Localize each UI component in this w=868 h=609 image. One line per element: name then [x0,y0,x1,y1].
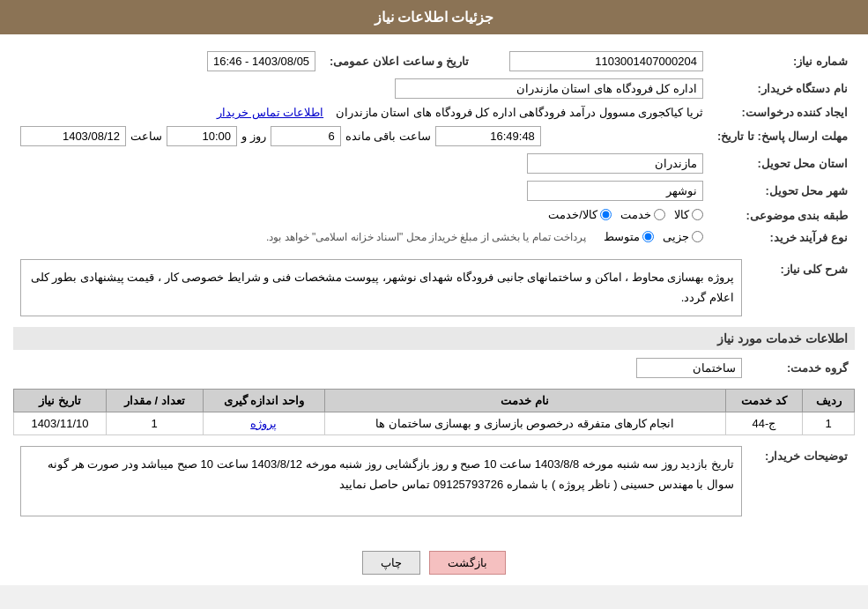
category-goods-label: کالا [674,208,689,221]
category-goods-service-option: کالا/خدمت [548,208,612,221]
need-number-value: 1103001407000204 [502,48,710,75]
process-medium-option: متوسط [604,230,654,243]
process-part-option: جزیی [663,230,703,243]
table-row: استان محل تحویل: مازندران [13,150,855,177]
table-row: شماره نیاز: 1103001407000204 تاریخ و ساع… [13,48,855,75]
contact-link[interactable]: اطلاعات تماس خریدار [217,106,323,119]
city-box: نوشهر [527,181,703,201]
deadline-remaining-label: ساعت باقی مانده [345,130,431,143]
deadline-row: 16:49:48 ساعت باقی مانده 6 روز و 10:00 س… [13,123,710,150]
process-medium-label: متوسط [604,230,640,243]
col-unit: واحد اندازه گیری [203,389,324,412]
back-button[interactable]: بازگشت [429,551,506,575]
category-radio-group: کالا خدمت کالا/خدمت [548,208,703,221]
unit-link[interactable]: پروژه [250,417,277,430]
deadline-remaining-box: 16:49:48 [435,126,541,146]
category-service-option: خدمت [620,208,665,221]
cell-unit: پروژه [203,412,324,434]
announcement-date-box: 1403/08/05 - 16:46 [207,51,315,71]
creator-label: ایجاد کننده درخواست: [710,102,855,123]
col-service-code: کد خدمت [725,389,803,412]
service-group-table: گروه خدمت: ساختمان [13,354,855,382]
table-row: نام دستگاه خریدار: اداره کل فرودگاه های … [13,75,855,102]
description-label: شرح کلی نیاز: [749,256,855,320]
deadline-time-label: ساعت [130,130,162,143]
main-info-table: شماره نیاز: 1103001407000204 تاریخ و ساع… [13,48,855,249]
announcement-date-value: 1403/08/05 - 16:46 [13,48,323,75]
col-service-name: نام خدمت [324,389,725,412]
bottom-buttons: بازگشت چاپ [0,540,868,585]
description-table: شرح کلی نیاز: پروژه بهسازی محاوط ، اماکن… [13,256,855,320]
cell-date: 1403/11/10 [14,412,107,434]
buyer-org-box: اداره کل فرودگاه های استان مازندران [395,78,703,99]
service-info-title: اطلاعات خدمات مورد نیاز [13,327,855,350]
category-goods-option: کالا [674,208,703,221]
buyer-notes-table: توضیحات خریدار: تاریخ بازدید روز سه شنبه… [13,442,855,520]
buyer-notes-label: توضیحات خریدار: [749,442,855,520]
service-table-body: 1ج-44انجام کارهای متفرقه درخصوص بازسازی … [14,412,855,434]
print-button[interactable]: چاپ [362,551,420,575]
service-group-value: ساختمان [13,354,749,382]
table-row: شهر محل تحویل: نوشهر [13,177,855,204]
process-note: پرداخت تمام یا بخشی از مبلغ خریداز محل "… [266,231,586,243]
deadline-date-box: 1403/08/12 [20,126,126,146]
buyer-org-value: اداره کل فرودگاه های استان مازندران [13,75,710,102]
buyer-notes-row: توضیحات خریدار: تاریخ بازدید روز سه شنبه… [13,442,855,520]
deadline-label: مهلت ارسال پاسخ: تا تاریخ: [710,123,855,150]
cell-row_num: 1 [803,412,855,434]
category-goods-service-label: کالا/خدمت [548,208,597,221]
city-label: شهر محل تحویل: [710,177,855,204]
process-options: جزیی متوسط پرداخت تمام یا بخشی از مبلغ خ… [13,227,710,249]
category-label: طبقه بندی موضوعی: [710,204,855,227]
cell-service_name: انجام کارهای متفرقه درخصوص بازسازی و بهس… [324,412,725,434]
process-label: نوع فرآیند خرید: [710,227,855,249]
table-row: 1ج-44انجام کارهای متفرقه درخصوص بازسازی … [14,412,855,434]
service-items-table: ردیف کد خدمت نام خدمت واحد اندازه گیری ت… [13,389,855,435]
need-number-box: 1103001407000204 [509,51,703,71]
service-table-head: ردیف کد خدمت نام خدمت واحد اندازه گیری ت… [14,389,855,412]
category-service-label: خدمت [620,208,651,221]
category-goods-service-radio[interactable] [600,209,612,220]
table-row: نوع فرآیند خرید: جزیی متوسط پرداخت تمام … [13,227,855,249]
description-row: شرح کلی نیاز: پروژه بهسازی محاوط ، اماکن… [13,256,855,320]
col-row-num: ردیف [803,389,855,412]
table-row: طبقه بندی موضوعی: کالا خدمت [13,204,855,227]
description-cell: پروژه بهسازی محاوط ، اماکن و ساختمانهای … [13,256,749,320]
deadline-days-label: روز و [241,130,266,143]
description-box: پروژه بهسازی محاوط ، اماکن و ساختمانهای … [20,259,742,316]
service-table-header-row: ردیف کد خدمت نام خدمت واحد اندازه گیری ت… [14,389,855,412]
process-medium-radio[interactable] [642,231,654,242]
service-group-label: گروه خدمت: [749,354,855,382]
city-value: نوشهر [13,177,710,204]
table-row: مهلت ارسال پاسخ: تا تاریخ: 16:49:48 ساعت… [13,123,855,150]
creator-text: ثریا کیاکجوری مسوول درآمد فرودگاهی اداره… [336,106,703,119]
need-number-label: شماره نیاز: [710,48,855,75]
province-box: مازندران [527,153,703,174]
cell-quantity: 1 [106,412,203,434]
col-quantity: تعداد / مقدار [106,389,203,412]
category-service-radio[interactable] [654,209,665,220]
buyer-notes-cell: تاریخ بازدید روز سه شنبه مورخه 1403/8/8 … [13,442,749,520]
table-row: ایجاد کننده درخواست: ثریا کیاکجوری مسوول… [13,102,855,123]
category-options: کالا خدمت کالا/خدمت [13,204,710,227]
category-goods-radio[interactable] [692,209,703,220]
col-date: تاریخ نیاز [14,389,107,412]
announcement-date-label: تاریخ و ساعت اعلان عمومی: [323,48,476,75]
content-area: شماره نیاز: 1103001407000204 تاریخ و ساع… [0,34,868,540]
process-radio-group: جزیی متوسط پرداخت تمام یا بخشی از مبلغ خ… [266,230,703,243]
deadline-time-box: 10:00 [167,126,237,146]
page-wrapper: جزئیات اطلاعات نیاز شماره نیاز: 11030014… [0,0,868,585]
page-header: جزئیات اطلاعات نیاز [0,0,868,34]
process-part-radio[interactable] [692,231,703,242]
creator-value: ثریا کیاکجوری مسوول درآمد فرودگاهی اداره… [13,102,710,123]
page-title: جزئیات اطلاعات نیاز [375,10,494,25]
province-label: استان محل تحویل: [710,150,855,177]
cell-service_code: ج-44 [725,412,803,434]
service-group-box: ساختمان [636,358,742,378]
deadline-days-box: 6 [271,126,341,146]
service-group-row: گروه خدمت: ساختمان [13,354,855,382]
buyer-notes-box: تاریخ بازدید روز سه شنبه مورخه 1403/8/8 … [20,446,742,516]
buyer-org-label: نام دستگاه خریدار: [710,75,855,102]
province-value: مازندران [13,150,710,177]
process-part-label: جزیی [663,230,689,243]
